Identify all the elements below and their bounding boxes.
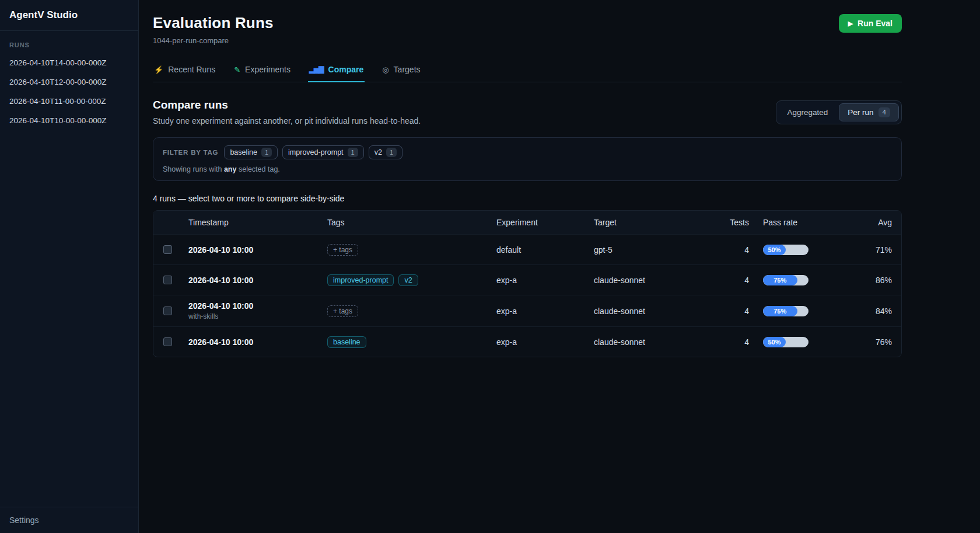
table-row[interactable]: 2026-04-10 10:00with-skills+ tagsexp-acl… (153, 295, 901, 326)
pass-rate-fill: 75% (763, 275, 797, 285)
tab-label: Targets (394, 65, 421, 74)
run-timestamp: 2026-04-10 10:00 (188, 301, 313, 311)
run-timestamp: 2026-04-10 10:00 (188, 337, 313, 347)
header-checkbox-cell (153, 217, 181, 228)
tests-cell: 4 (721, 332, 756, 353)
checkbox-cell (153, 270, 181, 290)
column-header-pass-rate: Pass rate (756, 212, 838, 233)
filter-tag-count: 1 (386, 148, 397, 157)
tests-cell: 4 (721, 301, 756, 322)
runs-section-label: RUNS (0, 31, 138, 53)
compare-title: Compare runs (153, 99, 421, 112)
tab-bar: ⚡Recent Runs✎Experiments▂▅▇Compare◎Targe… (153, 60, 902, 82)
add-tags-button[interactable]: + tags (327, 244, 358, 256)
tag-chip[interactable]: improved-prompt (327, 274, 394, 286)
sidebar-run-item[interactable]: 2026-04-10T11-00-00-000Z (0, 92, 138, 111)
filter-tag-improved-prompt[interactable]: improved-prompt1 (282, 145, 364, 159)
tab-label: Compare (328, 65, 364, 74)
run-list: 2026-04-10T14-00-00-000Z2026-04-10T12-00… (0, 53, 138, 130)
timestamp-cell: 2026-04-10 10:00 (181, 239, 320, 260)
filter-note-emphasis: any (224, 165, 237, 173)
table-row[interactable]: 2026-04-10 10:00+ tagsdefaultgpt-5450%71… (153, 234, 901, 264)
page-title: Evaluation Runs (153, 14, 274, 32)
pass-rate-cell: 50% (756, 331, 838, 353)
table-header-row: TimestampTagsExperimentTargetTestsPass r… (153, 211, 901, 234)
column-header-experiment: Experiment (489, 212, 587, 233)
tests-cell: 4 (721, 239, 756, 260)
tag-chip[interactable]: v2 (398, 274, 418, 286)
target-cell: claude-sonnet (587, 270, 721, 291)
table-body: 2026-04-10 10:00+ tagsdefaultgpt-5450%71… (153, 234, 901, 357)
page-header: Evaluation Runs 1044-per-run-compare ▶ R… (153, 14, 902, 45)
pass-rate-label: 75% (774, 308, 786, 315)
tags-cell: improved-promptv2 (320, 269, 489, 292)
pass-rate-label: 50% (768, 339, 780, 346)
filter-by-tag-label: FILTER BY TAG (163, 149, 218, 156)
runs-summary: 4 runs — select two or more to compare s… (153, 194, 902, 203)
view-toggle-aggregated[interactable]: Aggregated (779, 104, 837, 121)
timestamp-cell: 2026-04-10 10:00with-skills (181, 295, 320, 326)
pass-rate-cell: 50% (756, 239, 838, 261)
main-content: Evaluation Runs 1044-per-run-compare ▶ R… (139, 0, 980, 533)
run-eval-button[interactable]: ▶ Run Eval (839, 14, 902, 33)
row-checkbox[interactable] (163, 245, 172, 254)
filter-tag-count: 1 (348, 148, 358, 157)
tab-targets[interactable]: ◎Targets (381, 60, 421, 82)
tab-recent-runs[interactable]: ⚡Recent Runs (153, 60, 216, 82)
sidebar-run-item[interactable]: 2026-04-10T12-00-00-000Z (0, 72, 138, 92)
tag-chip[interactable]: baseline (327, 336, 366, 348)
row-checkbox[interactable] (163, 306, 172, 315)
run-eval-label: Run Eval (858, 19, 892, 28)
filter-tag-name: baseline (230, 148, 257, 156)
pass-rate-label: 50% (768, 246, 780, 253)
filter-tag-v2[interactable]: v21 (369, 145, 402, 159)
pass-rate-label: 75% (774, 277, 786, 284)
tab-experiments[interactable]: ✎Experiments (233, 60, 292, 82)
run-timestamp: 2026-04-10 10:00 (188, 245, 313, 255)
pass-rate-bar: 75% (763, 275, 808, 285)
pass-rate-bar: 50% (763, 337, 808, 347)
target-cell: claude-sonnet (587, 301, 721, 322)
sidebar-run-item[interactable]: 2026-04-10T10-00-00-000Z (0, 111, 138, 130)
pass-rate-fill: 75% (763, 306, 797, 316)
row-checkbox[interactable] (163, 337, 172, 346)
column-header-target: Target (587, 212, 721, 233)
runs-table: TimestampTagsExperimentTargetTestsPass r… (153, 210, 902, 357)
tags-cell: + tags (320, 238, 489, 262)
filter-tag-count: 1 (261, 148, 272, 157)
toggle-count-badge: 4 (878, 107, 890, 117)
add-tags-button[interactable]: + tags (327, 305, 358, 317)
experiment-cell: exp-a (489, 270, 587, 291)
column-header-tags: Tags (320, 212, 489, 233)
filter-tag-baseline[interactable]: baseline1 (224, 145, 278, 159)
checkbox-cell (153, 301, 181, 321)
compare-section-header: Compare runs Study one experiment agains… (153, 99, 902, 126)
sidebar-run-item[interactable]: 2026-04-10T14-00-00-000Z (0, 53, 138, 72)
timestamp-cell: 2026-04-10 10:00 (181, 332, 320, 353)
view-toggle-per-run[interactable]: Per run4 (839, 103, 899, 121)
experiment-cell: exp-a (489, 301, 587, 322)
tests-cell: 4 (721, 270, 756, 291)
avg-cell: 86% (838, 270, 901, 291)
filter-note: Showing runs with any selected tag. (163, 165, 892, 173)
pass-rate-fill: 50% (763, 245, 786, 255)
zap-icon: ⚡ (154, 65, 163, 74)
timestamp-cell: 2026-04-10 10:00 (181, 270, 320, 291)
avg-cell: 84% (838, 301, 901, 322)
target-cell: gpt-5 (587, 239, 721, 260)
filter-tag-name: improved-prompt (288, 148, 343, 156)
tab-compare[interactable]: ▂▅▇Compare (308, 60, 365, 82)
avg-cell: 71% (838, 239, 901, 260)
sidebar-spacer (0, 130, 138, 507)
checkbox-cell (153, 239, 181, 260)
table-row[interactable]: 2026-04-10 10:00baselineexp-aclaude-sonn… (153, 326, 901, 357)
row-checkbox[interactable] (163, 276, 172, 284)
settings-link[interactable]: Settings (0, 507, 138, 533)
run-sublabel: with-skills (188, 312, 313, 321)
avg-cell: 76% (838, 332, 901, 353)
table-row[interactable]: 2026-04-10 10:00improved-promptv2exp-acl… (153, 264, 901, 295)
bar-chart-icon: ▂▅▇ (309, 65, 324, 74)
tags-cell: baseline (320, 330, 489, 354)
run-timestamp: 2026-04-10 10:00 (188, 276, 313, 285)
toggle-option-label: Per run (848, 108, 873, 117)
